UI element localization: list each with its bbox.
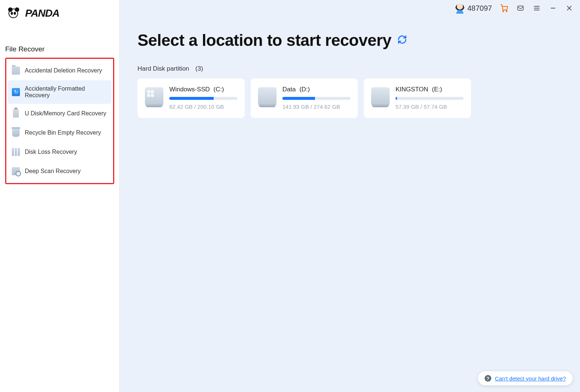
cart-icon[interactable] — [500, 4, 508, 12]
disks-icon — [11, 148, 20, 156]
sidebar-item-label: Accidentally Formatted Recovery — [25, 85, 108, 99]
sidebar-item-label: U Disk/Memory Card Recovery — [25, 110, 106, 117]
menu-icon[interactable] — [533, 4, 541, 12]
disk-name: Data — [282, 86, 296, 93]
help-icon: ? — [485, 375, 491, 382]
svg-point-3 — [11, 12, 13, 15]
disk-letter: (C:) — [214, 86, 224, 93]
usage-bar-fill — [396, 97, 397, 100]
format-icon — [11, 88, 20, 97]
deep-scan-icon — [11, 167, 20, 176]
disk-card-body: Data (D:) 141.93 GB / 274.62 GB — [282, 86, 350, 110]
user-id: 487097 — [467, 4, 492, 13]
sidebar-item-recycle-bin[interactable]: Recycle Bin Empty Recovery — [8, 123, 112, 142]
svg-point-1 — [8, 7, 13, 12]
avatar-icon — [455, 4, 464, 13]
disk-card-body: Windows-SSD (C:) 62.42 GB / 200.10 GB — [169, 86, 237, 110]
section-label: Hard Disk partition — [138, 65, 189, 72]
minimize-icon[interactable] — [549, 4, 557, 12]
svg-point-5 — [503, 11, 504, 12]
sidebar-nav: Accidental Deletion Recovery Accidentall… — [5, 58, 114, 184]
sidebar-item-label: Accidental Deletion Recovery — [25, 67, 102, 74]
disk-usage-text: 141.93 GB / 274.62 GB — [282, 104, 350, 110]
svg-point-4 — [14, 12, 16, 15]
disk-card-body: KINGSTON (E:) 57.39 GB / 57.74 GB — [396, 86, 464, 110]
sidebar-item-label: Deep Scan Recovery — [25, 168, 81, 175]
section-header: Hard Disk partition (3) — [138, 65, 203, 72]
svg-rect-7 — [518, 6, 523, 10]
sidebar-section-title: File Recover — [0, 23, 119, 56]
disk-icon — [145, 87, 163, 106]
section-count: (3) — [196, 65, 203, 72]
disk-letter: (D:) — [299, 86, 310, 93]
topbar: 487097 — [455, 4, 573, 13]
disk-usage-text: 57.39 GB / 57.74 GB — [396, 104, 464, 110]
brand-name: PANDA — [25, 7, 59, 19]
disk-icon — [258, 87, 277, 106]
disk-icon — [371, 87, 390, 106]
disk-name: Windows-SSD — [169, 86, 210, 93]
disk-card-e[interactable]: KINGSTON (E:) 57.39 GB / 57.74 GB — [364, 78, 471, 118]
brand-logo: PANDA — [0, 0, 119, 23]
help-pill[interactable]: ? Can't detect your hard drive? — [478, 371, 573, 385]
sidebar: PANDA File Recover Accidental Deletion R… — [0, 0, 120, 392]
user-block[interactable]: 487097 — [455, 4, 492, 13]
disk-cards: Windows-SSD (C:) 62.42 GB / 200.10 GB Da… — [138, 78, 471, 118]
sidebar-item-label: Recycle Bin Empty Recovery — [25, 129, 101, 136]
page-title-row: Select a location to start recovery — [138, 31, 407, 50]
usage-bar — [169, 97, 237, 100]
refresh-icon[interactable] — [397, 35, 407, 46]
mail-icon[interactable] — [516, 4, 525, 12]
usage-bar — [282, 97, 350, 100]
sidebar-item-label: Disk Loss Recovery — [25, 149, 77, 155]
sidebar-item-usb-recovery[interactable]: U Disk/Memory Card Recovery — [8, 104, 112, 123]
close-icon[interactable] — [565, 4, 573, 12]
disk-name: KINGSTON — [396, 86, 428, 93]
page-title: Select a location to start recovery — [138, 31, 391, 50]
sidebar-item-disk-loss[interactable]: Disk Loss Recovery — [8, 142, 112, 162]
sidebar-item-deep-scan[interactable]: Deep Scan Recovery — [8, 162, 112, 181]
svg-point-2 — [15, 7, 19, 12]
disk-letter: (E:) — [432, 86, 442, 93]
trash-icon — [11, 128, 20, 137]
usage-bar-fill — [169, 97, 214, 100]
panda-face-icon — [8, 7, 23, 20]
sidebar-item-formatted-recovery[interactable]: Accidentally Formatted Recovery — [8, 80, 112, 104]
disk-usage-text: 62.42 GB / 200.10 GB — [169, 104, 237, 110]
main-panel: 487097 Select a location to start recove… — [120, 0, 580, 392]
usage-bar — [396, 97, 464, 100]
help-link[interactable]: Can't detect your hard drive? — [495, 375, 566, 382]
folder-icon — [11, 66, 20, 75]
svg-point-6 — [506, 11, 507, 12]
usb-icon — [11, 109, 20, 118]
disk-card-d[interactable]: Data (D:) 141.93 GB / 274.62 GB — [251, 78, 358, 118]
sidebar-item-accidental-deletion[interactable]: Accidental Deletion Recovery — [8, 61, 112, 80]
usage-bar-fill — [282, 97, 315, 100]
disk-card-c[interactable]: Windows-SSD (C:) 62.42 GB / 200.10 GB — [138, 78, 245, 118]
